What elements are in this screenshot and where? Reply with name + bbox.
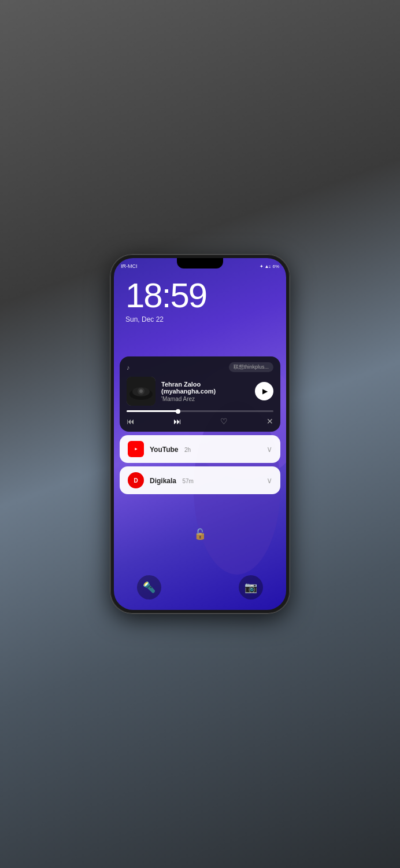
flashlight-icon: 🔦 [143,581,155,594]
music-info: Tehran Zaloo (myahangha.com) 'Mamad Arez [161,381,249,402]
clock-time: 18:59 [125,278,206,313]
digikala-chevron-icon[interactable]: ∨ [266,476,272,485]
time-display: 18:59 Sun, Dec 22 [125,278,206,323]
digikala-notif-time: 57m [182,478,193,484]
digikala-app-icon: D [128,472,144,488]
album-art [127,377,155,406]
flashlight-button[interactable]: 🔦 [137,575,161,599]
progress-thumb [176,409,180,414]
lock-icon-container: 🔓 [194,528,206,540]
youtube-app-name: YouTube [150,446,179,454]
music-card-header: ♪ 联想thinkplus... [127,362,273,372]
clock-date: Sun, Dec 22 [125,315,206,323]
signal-icons: ✦ ▲ᵢᵢᵢ [260,264,271,269]
camera-button[interactable]: 📷 [239,575,263,599]
progress-track [127,410,273,412]
close-button[interactable]: ✕ [266,417,273,426]
digikala-app-name: Digikala [150,477,176,485]
music-title: Tehran Zaloo (myahangha.com) [161,381,249,395]
youtube-chevron-icon[interactable]: ∨ [266,444,272,454]
bluetooth-icon: ✦ [260,264,264,269]
svg-point-4 [139,389,143,393]
carrier-label: IR-MCI [121,263,138,269]
youtube-icon-svg [131,446,140,453]
music-content: Tehran Zaloo (myahangha.com) 'Mamad Arez… [127,377,273,406]
heart-button[interactable]: ♡ [220,417,228,426]
music-controls: ⏮ ⏭ ♡ ✕ [127,417,273,426]
music-player-card: ♪ 联想thinkplus... [120,356,280,432]
notifications-area: ♪ 联想thinkplus... [120,356,280,494]
signal-icon: ▲ᵢᵢᵢ [265,264,271,269]
phone-screen: IR-MCI ✦ ▲ᵢᵢᵢ 6% 18:59 Sun, Dec 22 ♪ [114,258,286,610]
youtube-notif-time: 2h [184,447,191,453]
music-device-label: 联想thinkplus... [229,362,273,372]
album-art-svg [127,377,155,406]
digikala-icon-svg: D [131,475,141,486]
bottom-controls: 🔦 📷 [114,575,286,599]
next-button[interactable]: ⏭ [173,417,182,426]
digikala-notification[interactable]: D Digikala 57m ∨ [120,466,280,494]
battery-level: 6% [272,264,279,269]
youtube-notif-text: YouTube 2h [150,444,261,454]
lock-icon: 🔓 [194,528,206,540]
status-right-area: ✦ ▲ᵢᵢᵢ 6% [260,264,279,269]
music-artist: 'Mamad Arez [161,396,249,402]
digikala-notif-text: Digikala 57m [150,475,261,486]
camera-icon: 📷 [245,581,257,594]
phone-device: IR-MCI ✦ ▲ᵢᵢᵢ 6% 18:59 Sun, Dec 22 ♪ [110,255,290,613]
prev-button[interactable]: ⏮ [127,417,135,426]
play-icon: ▶ [262,387,268,395]
phone-notch [177,258,223,269]
svg-text:D: D [134,477,138,484]
music-progress-bar[interactable] [127,410,273,412]
youtube-notification[interactable]: YouTube 2h ∨ [120,435,280,463]
play-button[interactable]: ▶ [255,382,273,400]
youtube-app-icon [128,441,144,457]
progress-fill [127,410,178,412]
music-note-icon: ♪ [127,364,130,371]
music-header-left: ♪ [127,364,130,371]
